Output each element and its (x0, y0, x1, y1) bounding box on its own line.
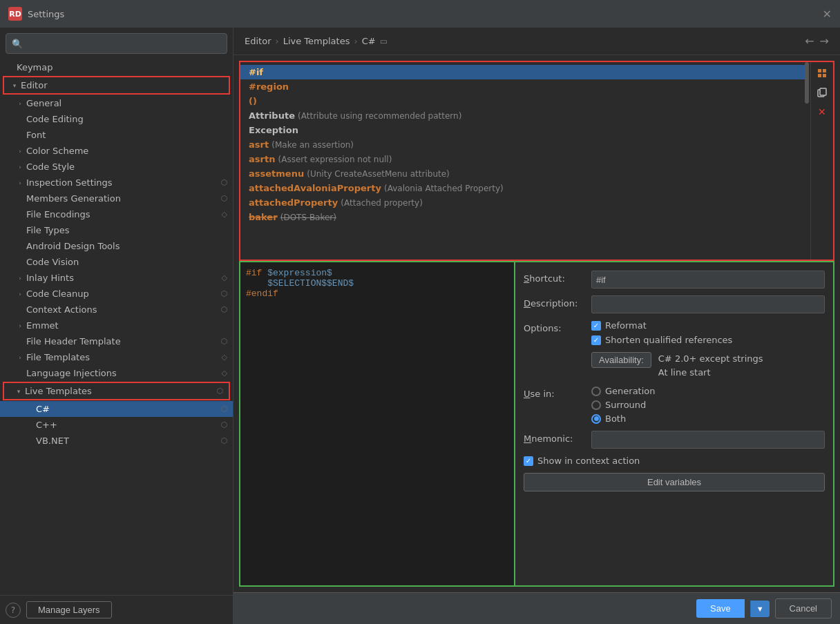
svg-rect-3 (823, 74, 826, 77)
template-item-attribute[interactable]: Attribute (Attribute using recommended p… (240, 108, 805, 123)
sidebar-item-label: Keymap (17, 62, 227, 72)
sidebar-item-editor[interactable]: ▾ Editor (4, 77, 229, 93)
template-item-assetmenu[interactable]: assetmenu (Unity CreateAssetMenu attribu… (240, 166, 805, 181)
sidebar-item-context-actions[interactable]: Context Actions ⬡ (0, 302, 233, 318)
expand-arrow: ▾ (14, 387, 23, 396)
sidebar-item-code-cleanup[interactable]: › Code Cleanup ⬡ (0, 286, 233, 302)
options-row: Options: ✓ Reformat ✓ Shorten qualified … (524, 320, 825, 345)
nav-back-button[interactable]: ← (805, 35, 814, 48)
sidebar-item-csharp[interactable]: C# ⬡ (0, 401, 233, 417)
expand-arrow (15, 369, 25, 378)
template-editor[interactable]: #if $expression$ $SELECTION$$END$ #endif (239, 261, 515, 587)
nav-forward-button[interactable]: → (820, 35, 829, 48)
expand-arrow: › (15, 289, 25, 299)
sidebar-item-android-design-tools[interactable]: Android Design Tools (0, 238, 233, 254)
titlebar: RD Settings ✕ (0, 0, 840, 28)
template-item-asrtn[interactable]: asrtn (Assert expression not null) (240, 152, 805, 166)
sidebar-item-code-style[interactable]: › Code Style (0, 159, 233, 175)
sidebar-item-font[interactable]: Font (0, 127, 233, 143)
shorten-refs-checkbox[interactable]: ✓ (591, 335, 601, 345)
template-desc: (Unity CreateAssetMenu attribute) (307, 169, 449, 179)
template-item-region[interactable]: #region (240, 79, 805, 94)
template-item-exception[interactable]: Exception (240, 123, 805, 137)
template-desc: (Attribute using recommended pattern) (298, 111, 461, 121)
sidebar-item-keymap[interactable]: Keymap (0, 59, 233, 75)
sidebar-footer: ? Manage Layers (0, 595, 233, 624)
expand-arrow (15, 337, 25, 347)
sidebar-item-inspection-settings[interactable]: › Inspection Settings ⬡ (0, 175, 233, 191)
sidebar-tree: Keymap ▾ Editor › General Code Editing (0, 59, 233, 595)
sidebar-item-emmet[interactable]: › Emmet (0, 318, 233, 333)
layer-icon: ⬡ (220, 194, 227, 203)
template-item-attachedproperty[interactable]: attachedProperty (Attached property) (240, 195, 805, 210)
sidebar-item-file-encodings[interactable]: File Encodings ◇ (0, 206, 233, 222)
template-item-asrt[interactable]: asrt (Make an assertion) (240, 137, 805, 152)
sidebar-item-file-header-template[interactable]: File Header Template ⬡ (0, 333, 233, 349)
copy-template-button[interactable] (814, 84, 830, 101)
svg-rect-0 (818, 69, 821, 72)
show-context-checkbox[interactable]: ✓ (524, 456, 533, 466)
sidebar-item-inlay-hints[interactable]: › Inlay Hints ◇ (0, 270, 233, 286)
layer-icon: ◇ (222, 369, 227, 378)
help-button[interactable]: ? (6, 603, 21, 618)
expand-arrow (15, 242, 25, 251)
availability-line2: At line start (658, 366, 763, 380)
template-item-if[interactable]: #if (240, 65, 805, 79)
expand-arrow: ▾ (10, 81, 19, 90)
sidebar-item-live-templates[interactable]: ▾ Live Templates ⬡ (4, 383, 229, 399)
description-row: Description: (524, 295, 825, 313)
edit-variables-button[interactable]: Edit variables (524, 473, 825, 491)
template-item-parens[interactable]: () (240, 94, 805, 108)
cancel-button[interactable]: Cancel (775, 598, 832, 618)
search-box[interactable] (6, 33, 227, 54)
template-abbr: asrt (249, 139, 269, 150)
scrollbar[interactable] (805, 62, 810, 260)
shortcut-input[interactable] (591, 271, 825, 289)
sidebar-item-code-editing[interactable]: Code Editing (0, 111, 233, 127)
save-dropdown-button[interactable]: ▼ (750, 601, 770, 617)
sidebar-item-general[interactable]: › General (0, 95, 233, 111)
availability-label (524, 352, 586, 355)
surround-radio[interactable] (591, 400, 601, 410)
code-line-1: #if $expression$ (246, 268, 508, 278)
template-item-attachedavalonia[interactable]: attachedAvaloniaProperty (Avalonia Attac… (240, 181, 805, 195)
delete-template-button[interactable]: ✕ (814, 104, 830, 120)
close-button[interactable]: ✕ (823, 8, 832, 21)
sidebar-item-code-vision[interactable]: Code Vision (0, 254, 233, 270)
both-radio[interactable] (591, 414, 601, 424)
generation-radio[interactable] (591, 387, 601, 396)
svg-rect-1 (823, 69, 826, 72)
expand-arrow: › (15, 178, 25, 188)
availability-button[interactable]: Availability: (591, 352, 651, 368)
template-item-baker[interactable]: baker (DOTS Baker) (240, 210, 805, 224)
breadcrumb-csharp: C# (362, 36, 376, 46)
sidebar-item-label: File Header Template (26, 336, 220, 347)
sidebar-item-label: General (26, 98, 227, 108)
use-in-row: Use in: Generation (524, 386, 825, 424)
mnemonic-input[interactable] (591, 431, 825, 449)
manage-layers-button[interactable]: Manage Layers (26, 601, 112, 618)
sidebar-item-cpp[interactable]: C++ ⬡ (0, 417, 233, 433)
sidebar-item-label: Code Editing (26, 114, 227, 124)
sidebar-item-language-injections[interactable]: Language Injections ◇ (0, 365, 233, 381)
search-input[interactable] (12, 39, 221, 49)
both-label: Both (605, 413, 626, 424)
breadcrumb-live-templates: Live Templates (283, 36, 350, 46)
window-title: Settings (28, 9, 64, 19)
description-input[interactable] (591, 295, 825, 313)
add-template-button[interactable] (814, 65, 830, 81)
sidebar-item-file-templates[interactable]: › File Templates ◇ (0, 349, 233, 365)
reformat-checkbox[interactable]: ✓ (591, 321, 601, 331)
sidebar-item-file-types[interactable]: File Types (0, 222, 233, 238)
bottom-section: #if $expression$ $SELECTION$$END$ #endif… (239, 261, 834, 587)
both-radio-row: Both (591, 413, 656, 424)
expand-arrow (25, 436, 35, 446)
sidebar-item-vbnet[interactable]: VB.NET ⬡ (0, 433, 233, 449)
generation-radio-row: Generation (591, 386, 656, 396)
sidebar-item-members-generation[interactable]: Members Generation ⬡ (0, 191, 233, 206)
template-desc: (Make an assertion) (271, 140, 354, 150)
save-button[interactable]: Save (696, 599, 745, 618)
sidebar-item-color-scheme[interactable]: › Color Scheme (0, 143, 233, 159)
expand-arrow: › (15, 99, 25, 108)
sidebar-item-label: Font (26, 130, 227, 140)
